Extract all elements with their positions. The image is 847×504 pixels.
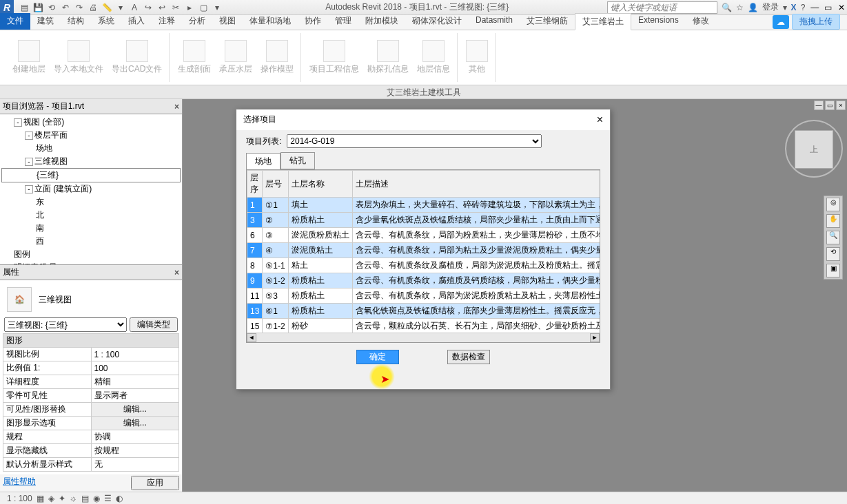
horizontal-scrollbar[interactable]: ◄ ► bbox=[247, 333, 600, 342]
qat-forward-icon[interactable]: ↪ bbox=[142, 1, 154, 14]
table-row[interactable]: 13⑥1粉质粘土含氧化铁斑点及铁锰质结核，底部夹少量薄层粉性土。摇震反应无，稍 bbox=[247, 304, 601, 319]
help-icon[interactable]: ? bbox=[801, 3, 806, 12]
ribbon-button[interactable]: 创建地层 bbox=[8, 39, 50, 76]
tab-borehole[interactable]: 钻孔 bbox=[280, 152, 315, 169]
prop-value[interactable]: 1 : 100 bbox=[91, 348, 179, 361]
qat-text-icon[interactable]: A bbox=[128, 1, 141, 14]
tree-item[interactable]: 东 bbox=[1, 196, 181, 209]
ribbon-button[interactable]: 项目工程信息 bbox=[305, 39, 363, 76]
scale-label[interactable]: 1 : 100 bbox=[7, 494, 32, 503]
edit-type-button[interactable]: 编辑类型 bbox=[130, 317, 178, 332]
search-icon[interactable]: 🔍 bbox=[722, 3, 732, 12]
orbit-icon[interactable]: ⟲ bbox=[826, 247, 840, 261]
view-close-icon[interactable]: × bbox=[836, 101, 846, 110]
minimize-icon[interactable]: — bbox=[809, 3, 820, 12]
ribbon-tab[interactable]: 协作 bbox=[298, 13, 328, 30]
wheel-icon[interactable]: ◎ bbox=[826, 198, 840, 211]
ribbon-tab[interactable]: 文件 bbox=[0, 13, 30, 30]
table-row[interactable]: 8⑤1-1粘土含云母、有机质条纹及腐植质，局部为淤泥质粘土及粉质粘土。摇震反 bbox=[247, 258, 601, 273]
qat-redo-icon[interactable]: ↷ bbox=[73, 1, 85, 14]
scroll-left-icon[interactable]: ◄ bbox=[247, 333, 256, 342]
ribbon-tab[interactable]: 结构 bbox=[61, 13, 91, 30]
prop-value[interactable]: 精细 bbox=[91, 375, 179, 389]
qat-home-icon[interactable]: ▸ bbox=[183, 1, 196, 14]
dropdown-icon[interactable]: ▾ bbox=[783, 3, 787, 12]
vc-icon[interactable]: ▦ bbox=[37, 494, 44, 503]
section-header[interactable]: 图形 bbox=[3, 334, 179, 348]
ribbon-button[interactable]: 勘探孔信息 bbox=[363, 39, 413, 76]
tree-item[interactable]: 图例 bbox=[1, 248, 181, 261]
vc-icon[interactable]: ◉ bbox=[93, 494, 100, 503]
table-row[interactable]: 11⑤3粉质粘土含云母、有机质条纹，局部为淤泥质粉质粘土及粘土，夹薄层粉性土， bbox=[247, 288, 601, 304]
ribbon-button[interactable]: 生成剖面 bbox=[174, 39, 215, 76]
ribbon-button[interactable]: 操作模型 bbox=[256, 39, 298, 76]
tree-item[interactable]: 场地 bbox=[1, 142, 181, 155]
ribbon-tab[interactable]: Extensions bbox=[631, 13, 686, 30]
ok-button[interactable]: 确定 bbox=[356, 350, 399, 364]
ribbon-tab[interactable]: 修改 bbox=[686, 13, 716, 30]
close-icon[interactable]: ✕ bbox=[836, 3, 847, 12]
viewcube[interactable]: 上 bbox=[795, 130, 833, 169]
ribbon-button[interactable]: 导入本地文件 bbox=[50, 39, 108, 76]
properties-close-icon[interactable]: × bbox=[174, 268, 179, 277]
ribbon-tab[interactable]: 系统 bbox=[91, 13, 121, 30]
table-row[interactable]: 15⑦1-2粉砂含云母，颗粒成分以石英、长石为主，局部夹细砂、少量砂质粉土及粘 bbox=[247, 319, 601, 334]
ribbon-tab[interactable]: 附加模块 bbox=[358, 13, 405, 30]
search-input[interactable] bbox=[607, 1, 717, 14]
table-row[interactable]: 9⑤1-2粉质粘土含云母、有机质条纹，腐殖质及钙质结核，局部为粘土，偶夹少量粉砂 bbox=[247, 273, 601, 288]
ribbon-button[interactable]: 其他 bbox=[462, 39, 492, 76]
table-row[interactable]: 6③淤泥质粉质粘土含云母、有机质条纹，局部为粉质粘土，夹少量薄层粉砂，土质不均匀 bbox=[247, 228, 601, 243]
prop-value[interactable]: 100 bbox=[91, 361, 179, 375]
exchange-icon[interactable]: X bbox=[791, 3, 797, 12]
vc-icon[interactable]: ☰ bbox=[104, 494, 112, 503]
prop-value[interactable]: 按规程 bbox=[91, 444, 179, 458]
star-icon[interactable]: ☆ bbox=[736, 3, 744, 12]
prop-value[interactable]: 协调 bbox=[91, 430, 179, 444]
ribbon-tab[interactable]: 体量和场地 bbox=[243, 13, 298, 30]
tree-item[interactable]: 南 bbox=[1, 222, 181, 235]
prop-value[interactable]: 显示两者 bbox=[91, 389, 179, 403]
upload-button[interactable]: 拖拽上传 bbox=[792, 14, 840, 30]
prop-value[interactable]: 编辑... bbox=[91, 403, 179, 417]
vc-icon[interactable]: ◈ bbox=[48, 494, 54, 503]
ribbon-button[interactable]: 地层信息 bbox=[413, 39, 454, 76]
apply-button[interactable]: 应用 bbox=[131, 476, 179, 490]
project-select[interactable]: 2014-G-019 bbox=[287, 134, 542, 148]
data-check-button[interactable]: 数据检查 bbox=[447, 350, 490, 364]
ribbon-button[interactable]: 承压水层 bbox=[215, 39, 256, 76]
ribbon-tab[interactable]: 管理 bbox=[328, 13, 358, 30]
login-label[interactable]: 登录 bbox=[762, 1, 779, 13]
tree-item[interactable]: -楼层平面 bbox=[1, 129, 181, 142]
vc-icon[interactable]: ▤ bbox=[81, 494, 89, 503]
table-row[interactable]: 1①1填土表层为杂填土，夹大量碎石、碎砖等建筑垃圾，下部以素填土为主，夹 bbox=[247, 198, 601, 213]
qat-sync-icon[interactable]: ⟲ bbox=[45, 1, 58, 14]
column-header[interactable]: 层号 bbox=[263, 171, 288, 198]
scroll-right-icon[interactable]: ► bbox=[590, 333, 600, 342]
vc-icon[interactable]: ✦ bbox=[59, 494, 65, 503]
tree-item[interactable]: -视图 (全部) bbox=[1, 116, 181, 129]
qat-save-icon[interactable]: 💾 bbox=[32, 1, 44, 14]
column-header[interactable]: 土层描述 bbox=[352, 171, 600, 198]
ribbon-tab[interactable]: 插入 bbox=[121, 13, 152, 30]
browser-close-icon[interactable]: × bbox=[174, 102, 179, 112]
ribbon-tab[interactable]: 建筑 bbox=[30, 13, 61, 30]
column-header[interactable]: 层序 bbox=[247, 171, 263, 198]
table-row[interactable]: 3②粉质粘土含少量氧化铁斑点及铁锰质结核，局部夹少量粘土，土质由上而下逐渐 bbox=[247, 213, 601, 228]
table-row[interactable]: 7④淤泥质粘土含云母、有机质条纹，局部为粘土及少量淤泥质粉质粘土，偶夹少量薄层 bbox=[247, 243, 601, 258]
qat-measure-icon[interactable]: 📏 bbox=[101, 1, 113, 14]
ribbon-tab[interactable]: 视图 bbox=[212, 13, 243, 30]
view-min-icon[interactable]: — bbox=[814, 101, 824, 110]
qat-undo-icon[interactable]: ↶ bbox=[59, 1, 72, 14]
column-header[interactable]: 土层名称 bbox=[288, 171, 352, 198]
prop-value[interactable]: 无 bbox=[91, 458, 179, 472]
vc-icon[interactable]: ☼ bbox=[70, 494, 77, 503]
project-browser-tree[interactable]: -视图 (全部)-楼层平面场地-三维视图{三维}-立面 (建筑立面)东北南西图例… bbox=[0, 114, 182, 264]
tree-item[interactable]: -立面 (建筑立面) bbox=[1, 182, 181, 196]
qat-cut-icon[interactable]: ✂ bbox=[170, 1, 182, 14]
ribbon-tab[interactable]: 砌体深化设计 bbox=[405, 13, 469, 30]
tree-item[interactable]: {三维} bbox=[1, 168, 181, 182]
user-icon[interactable]: 👤 bbox=[748, 3, 758, 12]
qat-print-icon[interactable]: 🖨 bbox=[87, 1, 99, 14]
tree-item[interactable]: 北 bbox=[1, 209, 181, 222]
qat-open-icon[interactable]: ▤ bbox=[18, 1, 30, 14]
